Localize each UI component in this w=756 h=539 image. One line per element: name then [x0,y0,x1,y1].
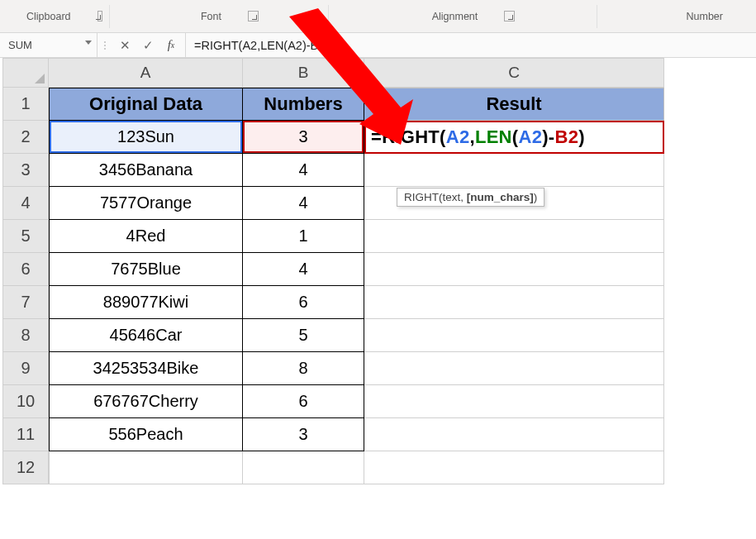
spreadsheet-grid: A B C 1 2 3 4 5 6 7 8 9 10 11 12 Origina… [0,58,756,88]
cell[interactable]: 5 [243,319,364,352]
header-cell-B[interactable]: Numbers [243,88,364,121]
cell[interactable]: 45646Car [49,319,243,352]
row-header[interactable]: 5 [2,220,49,253]
tok-a2: A2 [446,126,470,148]
cell[interactable]: 7577Orange [49,187,243,220]
row-header[interactable]: 11 [2,418,49,451]
cell[interactable]: 6 [243,286,364,319]
ribbon-group-alignment: Alignment [411,11,500,22]
tok-a2b: A2 [518,126,542,148]
name-box[interactable]: SUM [0,33,97,57]
separator [597,5,597,28]
ribbon-group-font: Font [179,11,243,22]
row-header[interactable]: 7 [2,286,49,319]
cell[interactable] [364,154,664,187]
cell[interactable]: 676767Cherry [49,385,243,418]
separator [328,5,329,28]
ribbon-group-clipboard: Clipboard [5,11,93,22]
col-header-A[interactable]: A [49,58,243,88]
ribbon-group-number: Number [665,11,744,22]
cell[interactable] [49,451,243,484]
header-cell-C[interactable]: Result [364,88,664,121]
dialog-launcher-icon[interactable] [248,11,259,21]
fx-icon[interactable]: fx [164,38,178,53]
select-all-corner[interactable] [2,58,49,88]
cell[interactable]: 6 [243,385,364,418]
cell[interactable]: 889077Kiwi [49,286,243,319]
cell[interactable]: 3 [243,418,364,451]
tooltip-fn: RIGHT [404,191,439,203]
tok-paren: ( [440,126,446,148]
dialog-launcher-icon[interactable] [504,11,515,21]
tooltip-args: (text, [num_chars]) [439,191,537,203]
cell[interactable] [364,352,664,385]
tok-eq: = [371,126,382,148]
tok-paren: ( [512,126,519,148]
tok-b2: B2 [554,126,578,148]
cell[interactable] [364,385,664,418]
cell[interactable] [364,418,664,451]
dialog-launcher-icon[interactable] [97,11,102,21]
row-headers: 1 2 3 4 5 6 7 8 9 10 11 12 [2,88,49,484]
cell-A2[interactable]: 123Sun [49,121,243,154]
cell[interactable]: 34253534Bike [49,352,243,385]
function-tooltip: RIGHT(text, [num_chars]) [397,188,544,207]
row-header[interactable]: 3 [2,154,49,187]
formula-bar-row: SUM ✕ ✓ fx =RIGHT(A2,LEN(A2)-B2) [0,33,756,58]
cancel-icon[interactable]: ✕ [117,38,132,53]
col-header-B[interactable]: B [243,58,364,88]
column-headers: A B C [2,58,756,88]
cell[interactable] [243,451,364,484]
enter-icon[interactable]: ✓ [140,38,155,53]
tok-paren: ) [578,126,585,148]
cell[interactable]: 4 [243,154,364,187]
row-header[interactable]: 9 [2,352,49,385]
cell[interactable]: 3456Banana [49,154,243,187]
tok-minus: - [549,126,555,148]
cell[interactable] [364,220,664,253]
cell[interactable] [364,319,664,352]
formula-bar-text: =RIGHT(A2,LEN(A2)-B2) [194,39,329,52]
cell[interactable]: 1 [243,220,364,253]
cell[interactable]: 4Red [49,220,243,253]
row-header[interactable]: 10 [2,385,49,418]
cell[interactable]: 7675Blue [49,253,243,286]
cell[interactable]: 4 [243,187,364,220]
row-header[interactable]: 6 [2,253,49,286]
cell[interactable]: 556Peach [49,418,243,451]
formula-bar-buttons: ✕ ✓ fx [97,33,186,57]
cell[interactable]: 4 [243,253,364,286]
row-header[interactable]: 2 [2,121,49,154]
row-header[interactable]: 1 [2,88,49,121]
formula-bar-input[interactable]: =RIGHT(A2,LEN(A2)-B2) [186,33,756,57]
cell-B2[interactable]: 3 [243,121,364,154]
ribbon: Clipboard Font Alignment Number [0,0,756,33]
header-cell-A[interactable]: Original Data [49,88,243,121]
cell-C2-editing[interactable]: =RIGHT(A2,LEN(A2)-B2) [364,121,664,154]
cell[interactable] [364,253,664,286]
cells-area[interactable]: Original Data Numbers Result 123Sun 3 =R… [49,88,664,484]
cell[interactable]: 8 [243,352,364,385]
tok-right: RIGHT [382,126,440,148]
row-header[interactable]: 12 [2,451,49,484]
tok-paren: ) [542,126,549,148]
cell[interactable] [364,451,664,484]
cell[interactable] [364,286,664,319]
row-header[interactable]: 4 [2,187,49,220]
chevron-down-icon[interactable] [85,41,92,45]
drag-handle-icon[interactable] [104,41,109,50]
name-box-value: SUM [8,39,32,51]
separator [109,5,110,28]
col-header-C[interactable]: C [364,58,664,88]
row-header[interactable]: 8 [2,319,49,352]
tok-len: LEN [475,126,512,148]
